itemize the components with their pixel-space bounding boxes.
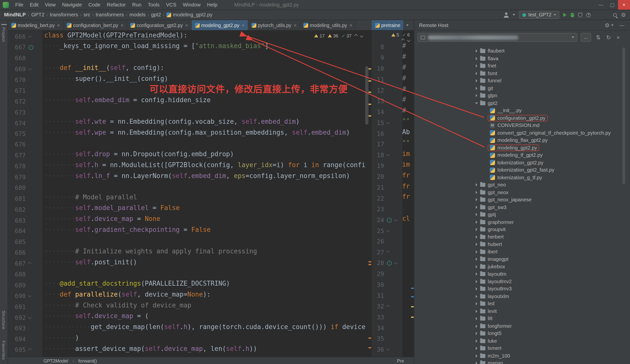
member-breadcrumb-forward-[interactable]: forward() [78,358,97,363]
search-icon[interactable] [614,13,617,17]
tree-item-gpt_neo[interactable]: gpt_neo [414,181,630,189]
tree-item-groupvit[interactable]: groupvit [414,226,630,233]
tree-item-gpt_sw3[interactable]: gpt_sw3 [414,204,630,211]
user-icon[interactable] [504,12,509,17]
tree-item-tokenization_g_tf-py[interactable]: tokenization_g_tf.py [414,174,630,181]
menu-tools[interactable]: Tools [144,0,163,10]
prev-problem-icon[interactable] [401,38,405,42]
panel-settings-gear-icon[interactable]: ⚙ [605,22,610,28]
chevron-right-icon[interactable] [476,340,477,343]
tree-item-luke[interactable]: luke [414,337,630,345]
tree-item-flaubert[interactable]: flaubert [414,47,630,55]
tree-item-herbert[interactable]: herbert [414,233,630,241]
chevron-right-icon[interactable] [476,57,477,60]
upload-download-icon[interactable]: ⇅ [596,34,600,41]
chevron-right-icon[interactable] [476,94,477,98]
tree-item-lxmert[interactable]: lxmert [414,345,630,352]
fold-marker-icon[interactable] [394,261,398,264]
tree-item-layoutxlm[interactable]: layoutxlm [414,292,630,300]
tree-item-modeling_gpt2-py[interactable]: modeling_gpt2.py [414,144,630,152]
fold-marker-icon[interactable] [386,153,390,156]
chevron-right-icon[interactable] [476,250,477,254]
editor-pane-split[interactable]: 89101112131415161718192021222324↑2526272… [372,30,414,357]
chevron-right-icon[interactable] [476,272,477,276]
tree-item-gpt2[interactable]: gpt2 [414,100,630,107]
fold-marker-icon[interactable] [386,305,390,308]
tree-item-flava[interactable]: flava [414,55,630,62]
chevron-right-icon[interactable] [476,243,477,246]
chevron-right-icon[interactable] [476,191,477,194]
next-problem-icon[interactable] [360,34,363,38]
breadcrumb-item-modeling_gpt2-py[interactable]: modeling_gpt2.py [166,12,212,18]
menu-code[interactable]: Code [85,0,104,10]
close-panel-icon[interactable]: × [616,34,620,41]
fold-marker-icon[interactable] [386,228,390,232]
hide-panel-icon[interactable]: — [619,22,624,28]
tree-item-fnet[interactable]: fnet [414,62,630,70]
split-breadcrumb[interactable]: Pre [397,358,404,363]
editor-tab-modeling_utils-py[interactable]: modeling_utils.py× [300,20,356,30]
chevron-right-icon[interactable] [476,347,477,350]
override-gutter-icon[interactable]: ↑ [387,218,392,222]
menu-file[interactable]: File [12,0,27,10]
code-area[interactable]: #######""Ab""imimfrfrfrcl [402,42,411,355]
chevron-right-icon[interactable] [476,310,477,313]
fold-marker-icon[interactable] [386,120,390,124]
fold-marker-icon[interactable] [28,262,32,265]
menu-edit[interactable]: Edit [26,0,42,10]
fold-marker-icon[interactable] [28,67,32,70]
member-breadcrumb-GPT2Model[interactable]: GPT2Model [44,358,68,363]
breadcrumb-item-MindNLP[interactable]: MindNLP [4,12,26,18]
fold-marker-icon[interactable] [386,251,390,254]
tree-item-gpt_neox_japanese[interactable]: gpt_neox_japanese [414,196,630,204]
chevron-right-icon[interactable] [476,288,477,290]
next-problem-icon[interactable] [407,38,410,42]
tree-item-CONVERSION-md[interactable]: CONVERSION.md [414,122,630,129]
tool-button-structure[interactable]: Structure [2,311,6,330]
tree-item-m2m_100[interactable]: m2m_100 [414,352,630,360]
tab-close-icon[interactable]: × [242,23,244,28]
breadcrumb-item-gpt2[interactable]: gpt2 [151,12,161,18]
tab-close-icon[interactable]: × [120,23,123,28]
tool-button-favorites[interactable]: Favorites [2,341,6,360]
editor-tab-configuration_bert-py[interactable]: configuration_bert.py× [64,20,127,30]
run-button[interactable] [564,13,567,17]
chevron-right-icon[interactable] [476,206,477,209]
chevron-right-icon[interactable] [476,198,477,201]
override-gutter-icon[interactable]: ↑ [28,45,33,50]
tree-scrollbar[interactable] [622,47,625,184]
chevron-right-icon[interactable] [476,235,477,238]
tree-item-longformer[interactable]: longformer [414,322,630,330]
tree-item-tokenization_gpt2_fast-py[interactable]: tokenization_gpt2_fast.py [414,166,630,174]
tree-item-configuration_gpt2-py[interactable]: configuration_gpt2.py [414,114,630,122]
run-config-select[interactable]: test_GPT2 [519,11,560,19]
menu-navigate[interactable]: Navigate [59,0,85,10]
tree-item-imagegpt[interactable]: imagegpt [414,256,630,263]
breadcrumb-item-transformers[interactable]: transformers [96,12,124,18]
editor-tab-modeling_bert-py[interactable]: modeling_bert.py× [8,20,64,30]
hidden-tabs-dropdown-icon[interactable] [406,24,409,26]
tree-item-fsmt[interactable]: fsmt [414,70,630,77]
chevron-right-icon[interactable] [476,362,477,364]
refresh-icon[interactable]: ↻ [606,34,611,41]
menu-help[interactable]: Help [204,0,221,10]
profiler-button[interactable] [586,13,591,17]
tab-close-icon[interactable]: × [185,23,188,28]
code-area[interactable]: class GPT2Model(GPT2PreTrainedModel):···… [42,31,366,356]
tree-item-marian[interactable]: marian [414,360,630,364]
editor-tab-pretraine[interactable]: pretraine [372,20,404,30]
tree-item-convert_gpt2_original_tf_checkpoint_to_pytorch-py[interactable]: convert_gpt2_original_tf_checkpoint_to_p… [414,129,630,136]
chevron-right-icon[interactable] [476,324,477,328]
chevron-right-icon[interactable] [476,265,477,268]
fold-marker-icon[interactable] [394,218,398,221]
minimize-button[interactable]: — [596,0,607,10]
tree-item-hubert[interactable]: hubert [414,241,630,248]
chevron-right-icon[interactable] [476,87,477,90]
prev-problem-icon[interactable] [354,34,358,38]
chevron-right-icon[interactable] [476,332,477,335]
menu-vcs[interactable]: VCS [163,0,180,10]
breadcrumb-item-GPT2[interactable]: GPT2 [31,12,44,18]
fold-marker-icon[interactable] [386,348,390,351]
tree-item-tokenization_gpt2-py[interactable]: tokenization_gpt2.py [414,159,630,166]
tab-close-icon[interactable]: × [294,23,296,28]
